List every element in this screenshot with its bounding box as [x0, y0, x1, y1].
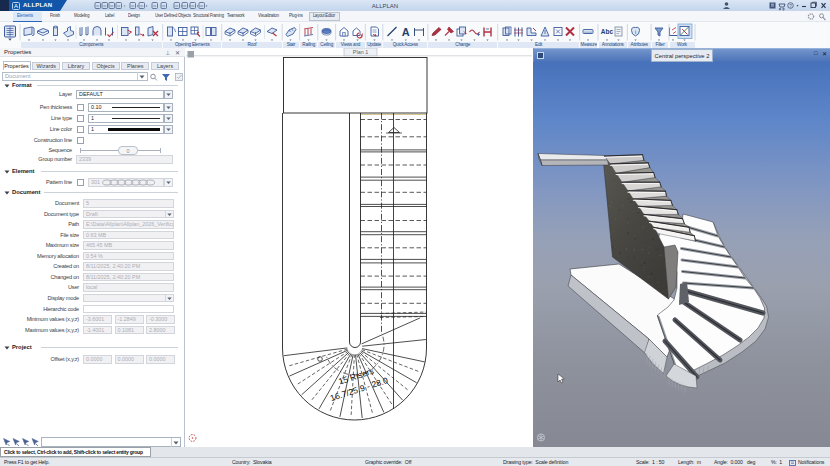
svg-text:Abc: Abc — [601, 28, 614, 35]
svg-text:A: A — [402, 26, 410, 38]
svg-text:Plan 1: Plan 1 — [353, 49, 368, 55]
svg-text:i: i — [635, 29, 636, 35]
svg-text:ALLPLAN: ALLPLAN — [372, 3, 398, 9]
